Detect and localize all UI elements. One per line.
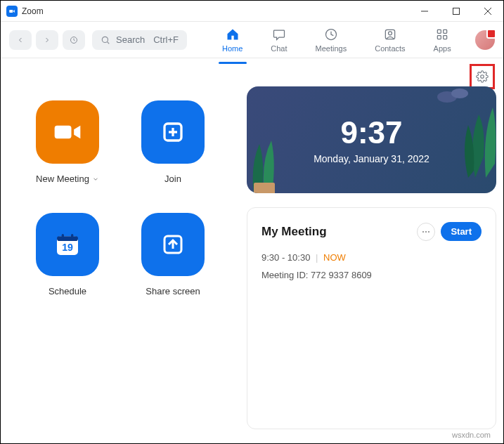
search-placeholder: Search [116,34,145,45]
chevron-down-icon[interactable] [92,176,99,183]
svg-rect-12 [444,30,447,33]
svg-rect-14 [444,35,447,39]
plus-icon [141,100,205,164]
video-icon [36,100,99,164]
tab-home-label: Home [222,44,243,53]
gear-icon [476,70,489,83]
tab-contacts[interactable]: Contacts [375,27,405,53]
tab-meetings[interactable]: Meetings [316,27,347,53]
actions-grid: New Meeting Join 19 Schedule Share scree… [15,86,226,429]
window-controls [408,1,503,22]
apps-icon [435,27,449,41]
svg-rect-0 [9,9,13,12]
svg-rect-22 [62,234,64,239]
meetings-icon [324,27,338,41]
join-button[interactable]: Join [120,86,226,199]
share-screen-label: Share screen [146,286,200,296]
settings-button[interactable] [475,70,489,84]
tab-apps[interactable]: Apps [434,27,451,53]
clock-time: 9:37 [340,115,402,150]
meeting-time-row: 9:30 - 10:30 | NOW [261,252,482,263]
svg-line-7 [107,41,109,44]
forward-button[interactable] [36,30,58,50]
svg-rect-11 [437,30,441,33]
close-button[interactable] [472,1,503,22]
clock-card: 9:37 Monday, January 31, 2022 [247,86,496,193]
svg-point-15 [481,75,484,79]
schedule-button[interactable]: 19 Schedule [15,199,120,311]
home-icon [226,27,240,41]
svg-point-10 [388,31,392,34]
search-input[interactable]: Search Ctrl+F [92,30,187,50]
search-icon [101,35,110,45]
start-meeting-button[interactable]: Start [441,222,482,241]
svg-rect-2 [453,8,459,14]
svg-rect-29 [254,183,275,193]
back-button[interactable] [9,30,32,50]
plant-decoration-icon [247,123,296,193]
schedule-label: Schedule [49,286,86,296]
titlebar: Zoom [1,1,503,22]
meeting-title: My Meeting [261,225,327,239]
minimize-button[interactable] [408,1,440,22]
share-icon [141,213,205,276]
profile-avatar[interactable] [475,30,495,50]
settings-highlight [470,64,495,89]
contacts-icon [383,27,397,41]
chat-icon [272,27,286,41]
tab-chat[interactable]: Chat [271,27,287,53]
svg-rect-21 [57,236,78,241]
svg-rect-13 [437,35,441,39]
calendar-icon: 19 [36,213,99,276]
meeting-id: Meeting ID: 772 9337 8609 [261,270,482,280]
meeting-card: My Meeting ⋯ Start 9:30 - 10:30 | NOW Me… [247,207,496,429]
right-pane: 9:37 Monday, January 31, 2022 My Meeting… [247,86,496,429]
zoom-logo-icon [6,6,18,17]
meeting-more-button[interactable]: ⋯ [417,223,435,241]
history-nav [9,30,85,50]
svg-point-28 [451,89,468,98]
search-shortcut: Ctrl+F [153,34,179,45]
share-screen-button[interactable]: Share screen [120,199,226,311]
plant-decoration-icon [433,86,496,178]
new-meeting-label: New Meeting [36,174,89,184]
history-button[interactable] [63,30,85,50]
main-tabs: Home Chat Meetings Contacts Apps [222,27,451,53]
join-label: Join [164,174,181,184]
maximize-button[interactable] [440,1,472,22]
tab-chat-label: Chat [271,44,287,53]
svg-rect-16 [55,126,72,138]
titlebar-left: Zoom [6,6,44,17]
meeting-now-badge: NOW [323,252,346,263]
clock-date: Monday, January 31, 2022 [314,153,429,164]
watermark: wsxdn.com [452,431,491,439]
tab-contacts-label: Contacts [375,44,405,53]
tab-meetings-label: Meetings [316,44,347,53]
svg-text:19: 19 [62,242,73,253]
main-content: New Meeting Join 19 Schedule Share scree… [1,58,503,443]
window-title: Zoom [22,6,44,16]
new-meeting-button[interactable]: New Meeting [15,86,120,199]
tab-home[interactable]: Home [222,27,243,53]
tab-apps-label: Apps [434,44,451,53]
toolbar: Search Ctrl+F Home Chat Meetings Contact… [1,22,503,58]
svg-rect-23 [71,234,73,239]
svg-point-6 [102,37,108,42]
meeting-time-range: 9:30 - 10:30 [261,252,310,263]
